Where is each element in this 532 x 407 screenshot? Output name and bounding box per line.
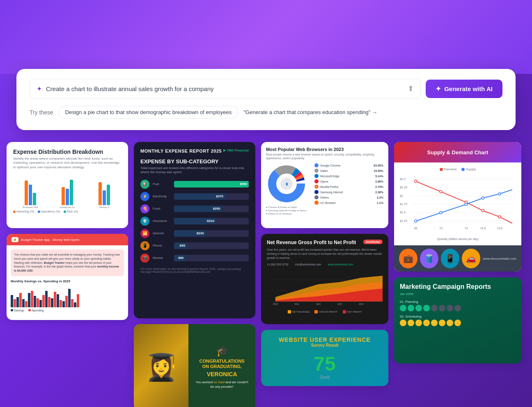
column-1: Expense Distribution Breakdown Identify … [7, 142, 128, 407]
browsers-content: 👤 ● Chrome ● Firefox ● Safari ● Samsung … [266, 163, 383, 215]
revenue-phone: +1 800 503 6732 [267, 263, 289, 266]
bar-spending-oct [65, 296, 68, 307]
search-container: ✦ ⬆ ✦ Generate with AI Try these Design … [16, 69, 516, 130]
dot-samsung [314, 190, 319, 194]
supply-dot-5 [498, 192, 501, 195]
dot-gross-profit [314, 310, 318, 313]
expense-section-title: EXPENSE BY SUB-CATEGORY [140, 158, 249, 165]
supply-dot-1 [415, 220, 417, 222]
supply-x-axis-label: Quantity (Million barrels per day) [399, 238, 516, 240]
planning-dot-3 [415, 305, 422, 311]
dot-spending [28, 309, 31, 311]
y-label-1.5: $1.5 [400, 211, 406, 214]
bar-marketing-ec [62, 187, 65, 205]
browsers-title: Most Popular Web Browsers in 2023 [266, 147, 383, 152]
bar-bg-phone: $95 [174, 242, 249, 249]
savings-chart-title: Monthly Savings vs. Spending in 2025 [11, 279, 124, 283]
dot-net-profit [343, 310, 346, 313]
bar-group-enterprise: Enterprise Co [50, 180, 85, 208]
legend-safari: Safari 19.95% [314, 169, 383, 173]
donut-svg: 👤 [266, 163, 307, 204]
bar-savings-may [34, 296, 36, 307]
monthly-logo-text: TBD Financial [227, 149, 249, 152]
x-label-74.5: 74.5 [480, 227, 486, 230]
card-website-ux: WEBSITE USER EXPERIENCE Survey Result 75… [261, 330, 388, 386]
bar-marketing-b1 [25, 181, 28, 205]
revenue-area-chart: 2020 2021 2022 2023 2024 [267, 266, 383, 307]
savings-nov [68, 289, 73, 307]
x-label-72: 72 [439, 227, 443, 230]
card-browsers: Most Popular Web Browsers in 2023 Most p… [261, 142, 388, 228]
generate-button[interactable]: ✦ Generate with AI [426, 80, 502, 98]
search-input-wrapper[interactable]: ✦ ⬆ [30, 79, 421, 98]
try-label: Try these [30, 109, 53, 116]
donut-center-text: 👤 [285, 183, 289, 186]
dot-others [314, 195, 319, 199]
legend-uc: UC Browser 1.1% [314, 201, 383, 205]
value-phone: $95 [180, 244, 185, 247]
grad-congrats-text: CONGRATULATIONS ON GRADUATING, [200, 359, 245, 369]
search-input[interactable] [46, 85, 404, 92]
legend-opera: Opera 2.98% [314, 179, 383, 183]
supply-footer-img-2: 🛢️ [420, 249, 438, 268]
savings-apr [28, 291, 33, 307]
icon-insurance: 🛡️ [140, 217, 149, 226]
bar-spending-feb [19, 293, 22, 307]
revenue-header: Net Revenue Gross Profit to Net Profit A… [267, 240, 383, 245]
upload-icon[interactable]: ⬆ [408, 84, 414, 93]
card-net-revenue: Net Revenue Gross Profit to Net Profit A… [261, 234, 388, 324]
label-fuel: Fuel [153, 182, 171, 186]
bar-bg-movies: $80 [174, 255, 249, 261]
y-label-2: $2 [400, 194, 403, 198]
suggestion-link-1[interactable]: "Generate a chart that compares educatio… [243, 109, 377, 115]
icon-fuel: ⛽ [140, 180, 149, 189]
bl-firefox: ● Firefox [278, 206, 288, 208]
bar-spending-mar [25, 301, 28, 307]
legend-label-marketing: Marketing (%) [16, 210, 34, 213]
value-food: $350 [213, 207, 220, 210]
browsers-legend: Google Chrome 63.55% Safari 19.95% Micro… [314, 163, 383, 215]
bar-savings-dec [74, 302, 76, 307]
monthly-logo: ▶ TBD Financial [223, 149, 249, 152]
revenue-contact: +1 800 503 6732 info@ametsolar.com www.a… [267, 263, 383, 266]
label-gross-profit: GROSS PROFIT [319, 311, 337, 313]
name-samsung: Samsung Internet [320, 191, 374, 194]
column-4: Supply & Demand Chart Demand Supply [394, 142, 521, 407]
bar-fill-food: $350 [174, 206, 222, 212]
bar-fill-movies: $80 [174, 255, 185, 261]
bar-savings-oct [62, 301, 65, 307]
expense-subtitle: Identify the areas where companies alloc… [13, 157, 122, 169]
bar-savings-sep [57, 294, 59, 307]
legend-rd: R&D (%) [64, 210, 78, 213]
label-electricity: Electricity [153, 194, 171, 198]
planning-dot-6 [439, 305, 445, 311]
x-label-2021: 2021 [294, 303, 299, 305]
marketing-row-planning: 01. Planning [400, 300, 516, 311]
expense-row-movies: 🎬 Movies $80 [140, 254, 249, 263]
congrats-line2: ON GRADUATING, [202, 364, 241, 369]
budget-red-section: The choices that you make are all essent… [11, 249, 124, 276]
y-label-2.25: $2.25 [400, 186, 407, 189]
bar-savings-apr [28, 293, 30, 307]
supply-footer-img-1: 💼 [399, 249, 417, 268]
name-edge: Microsoft Edge [320, 175, 374, 178]
grad-text: You worked so hard and we couldn't be an… [193, 380, 250, 389]
expense-bar-chart: Business One Enterprise Co [13, 174, 122, 208]
savings-jan [11, 295, 16, 307]
revenue-title: Net Revenue Gross Profit to Net Profit [267, 240, 356, 245]
bar-spending-jul [48, 297, 50, 307]
legend-net-revenue: NET REVENUE [288, 310, 310, 313]
bar-spending-sep [60, 300, 62, 307]
scheduling-dot-5 [431, 320, 438, 326]
cards-grid: Expense Distribution Breakdown Identify … [7, 142, 525, 407]
marketing-dots-scheduling [400, 320, 516, 326]
card-budget-tracker: 💰 Budget Tracker App - Money Well Spent … [7, 234, 128, 320]
savings-may [34, 296, 39, 307]
x-label-66: 66 [414, 227, 417, 230]
label-phone: Phone [153, 244, 171, 247]
search-row: ✦ ⬆ ✦ Generate with AI [30, 79, 502, 98]
value-insurance: $310 [207, 219, 214, 223]
supply-footer-img-4: 🚗 [462, 249, 480, 268]
suggestion-chip-1[interactable]: Design a pie chart to that show demograp… [58, 106, 238, 119]
bar-savings-feb [16, 297, 19, 307]
